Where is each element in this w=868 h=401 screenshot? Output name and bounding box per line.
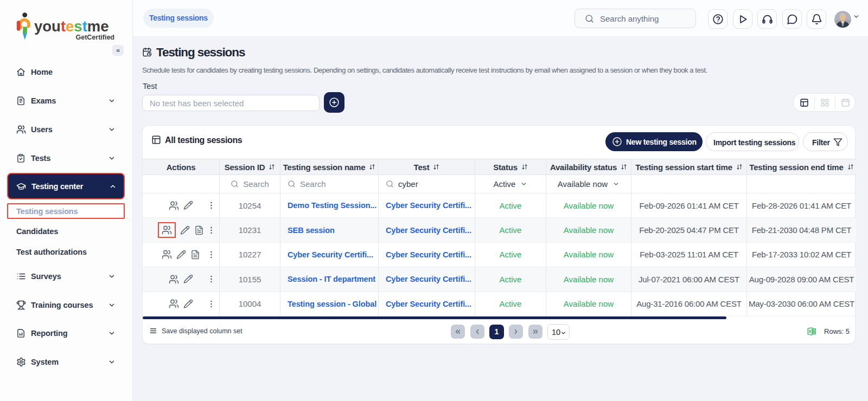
svg-text:youtestme: youtestme xyxy=(34,18,109,35)
svg-text:GetCertified: GetCertified xyxy=(75,34,114,41)
